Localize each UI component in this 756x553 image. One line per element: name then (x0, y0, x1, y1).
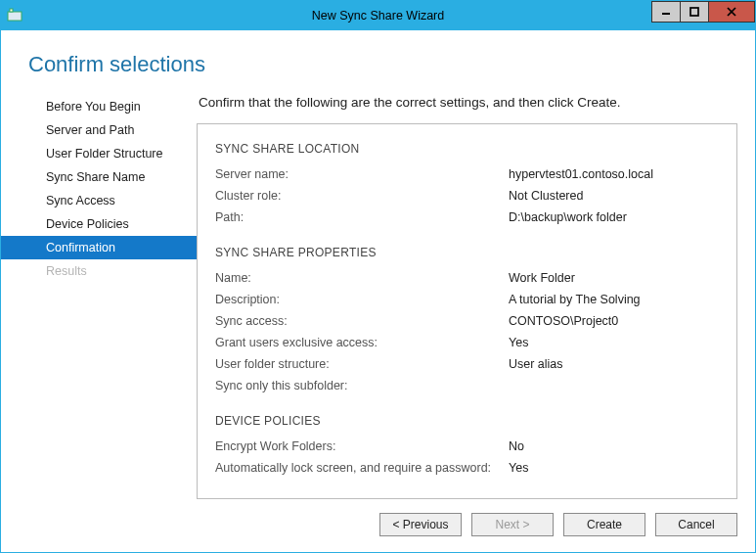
page-title: Confirm selections (1, 30, 755, 93)
label-lock-screen: Automatically lock screen, and require a… (215, 457, 509, 479)
row-cluster-role: Cluster role: Not Clustered (215, 185, 719, 207)
label-server-name: Server name: (215, 163, 509, 185)
maximize-button[interactable] (680, 1, 709, 23)
label-encrypt: Encrypt Work Folders: (215, 436, 509, 457)
value-encrypt: No (509, 436, 524, 457)
value-cluster-role: Not Clustered (509, 185, 583, 207)
label-cluster-role: Cluster role: (215, 185, 509, 207)
row-server-name: Server name: hypervtest01.contoso.local (215, 163, 719, 185)
close-button[interactable] (708, 1, 755, 23)
svg-rect-3 (690, 8, 698, 16)
row-sync-access: Sync access: CONTOSO\Project0 (215, 310, 719, 332)
sidebar-item-before-you-begin[interactable]: Before You Begin (1, 95, 197, 118)
label-name: Name: (215, 267, 509, 289)
label-folder-structure: User folder structure: (215, 353, 509, 375)
value-path: D:\backup\work folder (509, 207, 627, 228)
footer: < Previous Next > Create Cancel (1, 499, 755, 552)
window-controls (652, 1, 755, 23)
instruction-text: Confirm that the following are the corre… (199, 95, 737, 110)
label-description: Description: (215, 289, 509, 310)
value-name: Work Folder (509, 267, 575, 289)
value-sync-access: CONTOSO\Project0 (509, 310, 618, 332)
main: Confirm that the following are the corre… (197, 93, 737, 499)
row-subfolder: Sync only this subfolder: (215, 375, 719, 396)
summary-panel: SYNC SHARE LOCATION Server name: hypervt… (197, 123, 737, 499)
section-title-properties: SYNC SHARE PROPERTIES (215, 246, 719, 259)
label-path: Path: (215, 207, 509, 228)
window-title: New Sync Share Wizard (1, 9, 755, 23)
row-lock-screen: Automatically lock screen, and require a… (215, 457, 719, 479)
section-title-location: SYNC SHARE LOCATION (215, 142, 719, 156)
row-encrypt: Encrypt Work Folders: No (215, 436, 719, 457)
sidebar-item-results: Results (1, 259, 197, 283)
label-sync-access: Sync access: (215, 310, 509, 332)
row-name: Name: Work Folder (215, 267, 719, 289)
sidebar-item-sync-share-name[interactable]: Sync Share Name (1, 165, 197, 189)
label-subfolder: Sync only this subfolder: (215, 375, 509, 396)
section-title-policies: DEVICE POLICIES (215, 414, 719, 428)
cancel-button[interactable]: Cancel (655, 513, 737, 536)
value-description: A tutorial by The Solving (509, 289, 641, 310)
row-exclusive-access: Grant users exclusive access: Yes (215, 332, 719, 353)
sidebar-item-confirmation[interactable]: Confirmation (1, 236, 197, 259)
sidebar-item-device-policies[interactable]: Device Policies (1, 212, 197, 236)
row-folder-structure: User folder structure: User alias (215, 353, 719, 375)
value-exclusive-access: Yes (509, 332, 528, 353)
svg-rect-0 (8, 12, 22, 21)
titlebar: New Sync Share Wizard (1, 1, 755, 30)
row-path: Path: D:\backup\work folder (215, 207, 719, 228)
minimize-button[interactable] (651, 1, 681, 23)
app-icon (7, 8, 22, 23)
body: Before You Begin Server and Path User Fo… (1, 93, 755, 499)
create-button[interactable]: Create (563, 513, 645, 536)
sidebar-item-server-and-path[interactable]: Server and Path (1, 118, 197, 142)
svg-rect-1 (10, 9, 13, 12)
value-folder-structure: User alias (509, 353, 563, 375)
value-server-name: hypervtest01.contoso.local (509, 163, 653, 185)
value-lock-screen: Yes (509, 457, 528, 479)
sidebar: Before You Begin Server and Path User Fo… (1, 93, 197, 499)
next-button: Next > (471, 513, 554, 536)
row-description: Description: A tutorial by The Solving (215, 289, 719, 310)
sidebar-item-sync-access[interactable]: Sync Access (1, 189, 197, 212)
label-exclusive-access: Grant users exclusive access: (215, 332, 509, 353)
content: Confirm selections Before You Begin Serv… (1, 30, 755, 552)
previous-button[interactable]: < Previous (379, 513, 462, 536)
sidebar-item-user-folder-structure[interactable]: User Folder Structure (1, 142, 197, 165)
